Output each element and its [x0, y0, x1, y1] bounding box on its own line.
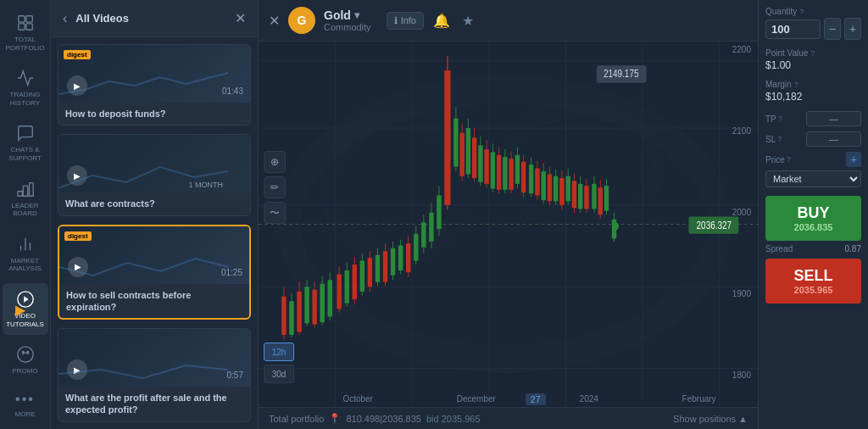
30d-button[interactable]: 30d [264, 365, 294, 383]
video-thumbnail-4: ▶ 0:57 [58, 329, 250, 387]
quantity-input[interactable] [765, 20, 821, 39]
active-arrow-icon: ▶ [0, 301, 62, 317]
total-portfolio-label: Total portfolio [269, 414, 324, 424]
close-panel-button[interactable]: ✕ [233, 8, 248, 28]
sidebar-label-leaderboard: LEADERBOARD [11, 202, 38, 218]
videos-panel-title: All Videos [75, 12, 226, 25]
sell-label: SELL [771, 267, 856, 285]
chart-bottom-bar: Total portfolio 📍 810.498|2036.835 bid 2… [259, 407, 758, 429]
more-dots-icon: ••• [15, 392, 35, 407]
margin-value: $10,182 [765, 91, 861, 103]
point-value-help-icon: ? [810, 49, 815, 58]
svg-point-9 [17, 347, 32, 362]
dropdown-arrow-icon: ▾ [354, 9, 359, 21]
sl-label: SL ? [765, 135, 782, 144]
spread-row: Spread 0.87 [765, 244, 861, 254]
header-actions: ℹ Info 🔔 ★ [387, 10, 476, 31]
tp-label: TP ? [765, 114, 782, 124]
price-add-button[interactable]: + [846, 152, 861, 167]
main-area: ✕ G Gold ▾ Commodity ℹ Info 🔔 ★ 2200 210… [259, 0, 758, 429]
sidebar-item-trading-history[interactable]: TRADINGHISTORY [3, 62, 48, 114]
spread-value: 0.87 [845, 244, 861, 254]
favorite-button[interactable]: ★ [459, 10, 476, 31]
margin-help-icon: ? [794, 81, 798, 89]
info-button[interactable]: ℹ Info [387, 12, 424, 30]
chart-close-button[interactable]: ✕ [269, 13, 280, 29]
point-value-label: Point Value ? [765, 48, 861, 58]
video-card-4[interactable]: ▶ 0:57 What are the profit after sale an… [58, 328, 251, 422]
sl-help-icon: ? [777, 135, 782, 143]
quantity-decrease-button[interactable]: − [824, 18, 841, 40]
video-title-3: How to sell contracts before expiration? [59, 284, 249, 319]
sl-input[interactable] [806, 131, 861, 147]
price-label: Price ? [765, 155, 791, 164]
video-card-2[interactable]: ▶ 1 MONTH What are contracts? [58, 134, 251, 215]
info-icon: ℹ [394, 15, 398, 26]
date-badge: 27 [526, 393, 546, 405]
video-thumbnail-2: ▶ 1 MONTH [58, 135, 250, 192]
video-tag-1: digest [64, 50, 91, 59]
buy-price: 2036.835 [771, 222, 856, 232]
asset-type: Commodity [324, 22, 371, 32]
chart-info-text: 📍 [329, 413, 341, 424]
video-tag-3: digest [64, 231, 92, 241]
asset-icon: G [288, 7, 315, 34]
buy-button[interactable]: BUY 2036.835 [765, 196, 861, 241]
svg-rect-1 [25, 16, 31, 22]
video-title-2: What are contracts? [58, 192, 250, 214]
12h-button[interactable]: 12h [264, 343, 294, 361]
chevron-up-icon: ▲ [738, 414, 748, 424]
bid-info: bid 2035.965 [426, 414, 481, 424]
videos-list: digest ▶ 01:43 How to deposit funds? ▶ 1… [51, 37, 258, 429]
price-type-select[interactable]: Market Limit Stop [765, 170, 861, 187]
sidebar-item-more[interactable]: ••• MORE [3, 385, 48, 425]
sidebar-label-more: MORE [15, 410, 36, 418]
chart-svg: 2149.175 2036.327 [259, 42, 758, 407]
tp-row: TP ? [765, 111, 861, 126]
chart-time-controls: 12h 30d [264, 343, 294, 383]
tp-input[interactable] [806, 111, 861, 126]
sidebar-item-market-analysis[interactable]: MARKETANALYSIS [3, 228, 48, 280]
show-positions-button[interactable]: Show positions ▲ [673, 414, 748, 424]
video-duration-4: 0:57 [227, 370, 243, 380]
video-title-4: What are the profit after sale and the e… [58, 387, 250, 421]
chart-bottom-left: Total portfolio 📍 810.498|2036.835 bid 2… [269, 413, 481, 424]
sidebar-item-video-tutorials[interactable]: ▶ VIDEOTUTORIALS [3, 283, 48, 335]
video-card-3[interactable]: digest ▶ 01:25 How to sell contracts bef… [58, 225, 251, 320]
svg-text:2036.327: 2036.327 [697, 220, 732, 231]
svg-point-11 [26, 351, 28, 353]
chart-header: ✕ G Gold ▾ Commodity ℹ Info 🔔 ★ [259, 0, 758, 42]
video-card-1[interactable]: digest ▶ 01:43 How to deposit funds? [58, 44, 251, 125]
sell-button[interactable]: SELL 2035.965 [765, 259, 861, 304]
sidebar-item-promo[interactable]: PROMO [3, 338, 48, 382]
draw-tool[interactable]: ✏ [264, 176, 286, 198]
price-header: Price ? + [765, 152, 861, 167]
sidebar-item-chats[interactable]: CHATS &SUPPORT [3, 117, 48, 169]
margin-row: Margin ? $10,182 [765, 80, 861, 103]
svg-rect-3 [25, 24, 31, 30]
price-row: Price ? + Market Limit Stop [765, 152, 861, 187]
svg-rect-0 [18, 16, 24, 22]
price-help-icon: ? [787, 155, 791, 164]
videos-header: ‹ All Videos ✕ [51, 0, 258, 37]
video-thumbnail-1: digest ▶ 01:43 [58, 45, 250, 103]
point-value-row: Point Value ? $1.00 [765, 48, 861, 71]
sidebar-label-trading-history: TRADINGHISTORY [10, 91, 41, 107]
sidebar-label-chats: CHATS &SUPPORT [8, 146, 42, 162]
crosshair-tool[interactable]: ⊕ [264, 151, 286, 173]
videos-panel: ‹ All Videos ✕ digest ▶ 01:43 How to dep… [51, 0, 259, 429]
wave-tool[interactable]: 〜 [264, 202, 286, 224]
back-button[interactable]: ‹ [61, 9, 69, 28]
sell-price: 2035.965 [771, 285, 856, 295]
quantity-controls: − + [765, 18, 861, 40]
sidebar-item-total-portfolio[interactable]: TOTALPORTFOLIO [3, 7, 48, 58]
svg-point-10 [22, 351, 24, 353]
chart-tools: ⊕ ✏ 〜 [264, 151, 286, 224]
notification-button[interactable]: 🔔 [431, 10, 453, 31]
sidebar-item-leaderboard[interactable]: LEADERBOARD [3, 173, 48, 225]
sidebar-nav: TOTALPORTFOLIO TRADINGHISTORY CHATS &SUP… [0, 0, 51, 429]
margin-label: Margin ? [765, 80, 861, 89]
quantity-label: Quantity ? [765, 7, 861, 16]
tp-help-icon: ? [778, 114, 782, 123]
quantity-increase-button[interactable]: + [844, 18, 861, 40]
